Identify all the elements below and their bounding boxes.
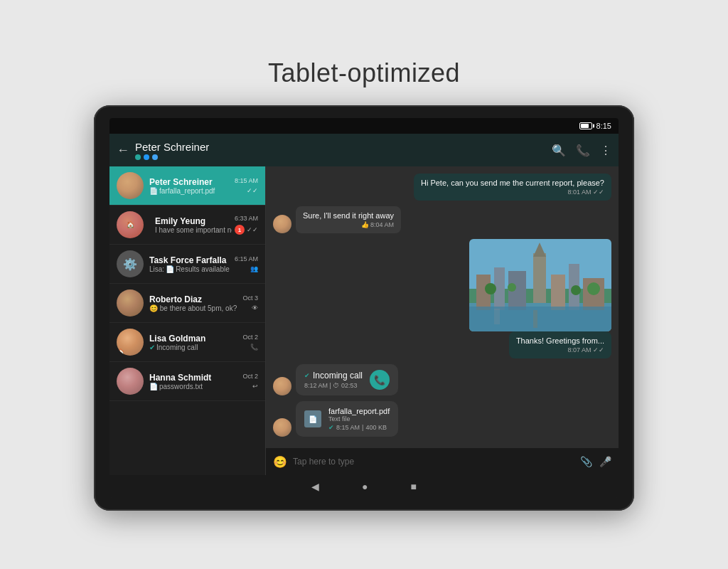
app-content: ← Peter Schreiner 🔍 📞 ⋮ xyxy=(109,134,619,475)
image-message: Thanks! Greetings from... 8:07 AM ✓✓ xyxy=(469,239,611,358)
message-row: 📄 farfalla_report.pdf Text file ✔ 8:15 A… xyxy=(273,401,611,437)
header-contact-name: Peter Schreiner xyxy=(135,141,552,153)
chat-preview: I have some important ne xyxy=(155,226,232,234)
status-bar-right: 8:15 xyxy=(579,122,611,130)
chat-name: Emily Yeung xyxy=(155,216,232,226)
call-icon[interactable]: 📞 xyxy=(576,144,590,157)
home-nav-button[interactable]: ● xyxy=(362,481,368,492)
message-text: Sure, I'll send it right away xyxy=(303,211,394,220)
chat-info: Peter Schreiner 📄 farfalla_report.pdf xyxy=(149,177,232,195)
chat-preview: ✔ Incoming call xyxy=(149,344,240,351)
call-back-button[interactable]: 📞 xyxy=(370,370,390,390)
file-type-icon: 📄 xyxy=(304,410,321,427)
emoji-button[interactable]: 😊 xyxy=(273,455,287,469)
chat-info: Hanna Schmidt 📄 passwords.txt xyxy=(149,373,240,390)
call-label: ✔ Incoming call xyxy=(304,371,363,381)
avatar xyxy=(117,368,144,395)
avatar xyxy=(273,418,291,437)
header-dots xyxy=(135,154,552,160)
list-item[interactable]: Peter Schreiner 📄 farfalla_report.pdf 8:… xyxy=(109,166,265,206)
file-name: farfalla_report.pdf xyxy=(328,407,390,415)
chat-time: 6:15 AM xyxy=(235,255,258,262)
back-nav-button[interactable]: ◀ xyxy=(311,481,319,492)
message-input[interactable]: Tap here to type xyxy=(293,457,574,467)
call-meta: 8:12 AM | ⏱ 02:53 xyxy=(304,382,363,389)
message-bubble: Hi Pete, can you send me the current rep… xyxy=(414,174,611,201)
chat-time: Oct 3 xyxy=(242,294,258,302)
page-title: Tablet-optimized xyxy=(268,58,460,88)
app-header: ← Peter Schreiner 🔍 📞 ⋮ xyxy=(109,134,619,166)
avatar xyxy=(273,215,291,233)
chat-meta: Oct 2 ↩ xyxy=(242,373,258,390)
avatar: 🏠 xyxy=(117,329,144,356)
chat-meta: 6:33 AM 1 ✓✓ xyxy=(235,215,258,235)
chat-name: Roberto Diaz xyxy=(149,294,240,304)
read-ticks: ✓✓ xyxy=(593,346,604,353)
svg-point-12 xyxy=(508,283,516,292)
svg-point-14 xyxy=(587,282,600,295)
tablet-frame: 8:15 ← Peter Schreiner 🔍 📞 xyxy=(94,105,634,511)
chat-name: Hanna Schmidt xyxy=(149,373,240,383)
chat-panel: Hi Pete, can you send me the current rep… xyxy=(266,166,619,475)
chat-input-bar: 😊 Tap here to type 📎 🎤 xyxy=(266,448,619,475)
phone-icon: 📞 xyxy=(250,344,258,351)
battery-icon xyxy=(579,122,592,129)
message-row: ✔ Incoming call 8:12 AM | ⏱ 02:53 📞 xyxy=(273,364,611,395)
svg-rect-17 xyxy=(494,309,500,324)
file-info: farfalla_report.pdf Text file ✔ 8:15 AM … xyxy=(328,407,390,431)
back-button[interactable]: ← xyxy=(117,143,129,158)
chat-time: Oct 2 xyxy=(242,373,258,380)
image-caption-bubble: Thanks! Greetings from... 8:07 AM ✓✓ xyxy=(509,331,611,358)
tablet-screen: 8:15 ← Peter Schreiner 🔍 📞 xyxy=(109,118,619,498)
header-actions: 🔍 📞 ⋮ xyxy=(552,144,611,157)
status-time: 8:15 xyxy=(596,122,611,130)
svg-rect-6 xyxy=(533,253,546,303)
chat-meta: 6:15 AM 👥 xyxy=(235,255,258,272)
call-bubble: ✔ Incoming call 8:12 AM | ⏱ 02:53 📞 xyxy=(296,364,398,395)
chat-meta: Oct 2 📞 xyxy=(242,334,258,351)
svg-rect-16 xyxy=(533,310,537,328)
more-icon[interactable]: ⋮ xyxy=(600,144,611,157)
avatar: ⚙️ xyxy=(117,250,144,277)
avatar xyxy=(273,377,291,395)
city-image xyxy=(469,239,611,331)
nav-bar: ◀ ● ■ xyxy=(109,475,619,498)
svg-point-13 xyxy=(571,285,581,295)
file-bubble[interactable]: 📄 farfalla_report.pdf Text file ✔ 8:15 A… xyxy=(296,401,398,437)
avatar xyxy=(117,172,144,199)
call-label-text: Incoming call xyxy=(313,371,363,381)
chat-name: Task Force Farfalla xyxy=(149,255,232,265)
search-icon[interactable]: 🔍 xyxy=(552,144,566,157)
header-contact: Peter Schreiner xyxy=(135,141,552,160)
svg-rect-8 xyxy=(551,275,565,310)
chat-info: Roberto Diaz 😊 be there about 5pm, ok? xyxy=(149,294,240,312)
chat-time: 6:33 AM xyxy=(235,215,258,222)
status-bar: 8:15 xyxy=(109,118,619,134)
list-item[interactable]: 🏠 Emily Yeung I have some important ne 6… xyxy=(109,206,265,245)
chat-name: Peter Schreiner xyxy=(149,177,232,187)
message-row: Sure, I'll send it right away 👍 8:04 AM xyxy=(273,206,611,233)
chat-info: Emily Yeung I have some important ne xyxy=(155,216,232,234)
message-bubble: Sure, I'll send it right away 👍 8:04 AM xyxy=(296,206,401,233)
message-text: Hi Pete, can you send me the current rep… xyxy=(421,179,604,187)
recent-nav-button[interactable]: ■ xyxy=(411,481,417,492)
chat-preview: Lisa: 📄 Results available xyxy=(149,265,232,273)
list-item[interactable]: Hanna Schmidt 📄 passwords.txt Oct 2 ↩ xyxy=(109,362,265,401)
sent-icon: ↩ xyxy=(252,383,258,390)
message-row: Hi Pete, can you send me the current rep… xyxy=(273,174,611,201)
list-item[interactable]: ⚙️ Task Force Farfalla Lisa: 📄 Results a… xyxy=(109,245,265,284)
image-caption: Thanks! Greetings from... xyxy=(516,336,604,345)
list-item[interactable]: Roberto Diaz 😊 be there about 5pm, ok? O… xyxy=(109,284,265,323)
mic-icon[interactable]: 🎤 xyxy=(599,456,611,467)
svg-point-11 xyxy=(485,283,496,294)
list-item[interactable]: 🏠 Lisa Goldman ✔ Incoming call Oct 2 📞 xyxy=(109,323,265,362)
attach-icon[interactable]: 📎 xyxy=(580,456,592,467)
read-ticks: ✓✓ xyxy=(593,188,604,196)
unread-badge: 1 xyxy=(235,225,245,235)
chat-preview: 📄 passwords.txt xyxy=(149,383,240,390)
avatar: 🏠 xyxy=(117,211,144,238)
messages-area: Hi Pete, can you send me the current rep… xyxy=(266,166,619,448)
dot-blue xyxy=(144,154,149,160)
dot-blue2 xyxy=(152,154,158,160)
chat-name: Lisa Goldman xyxy=(149,334,240,344)
